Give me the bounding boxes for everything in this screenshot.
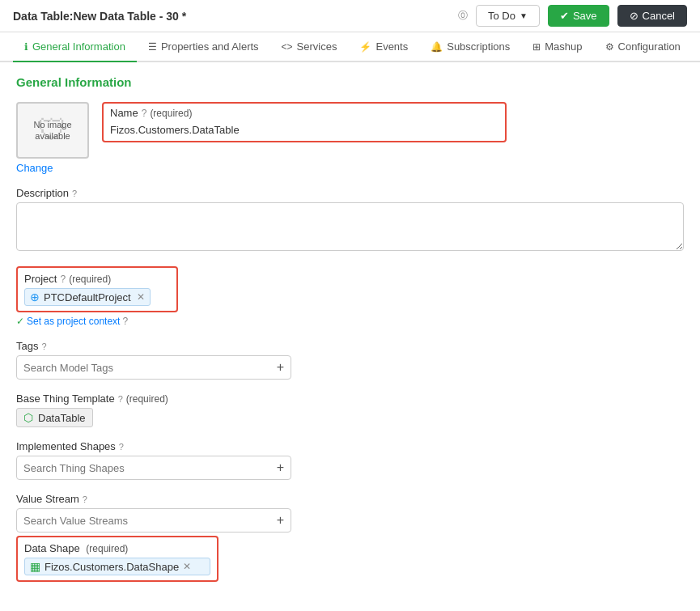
project-help-icon[interactable]: ? bbox=[60, 274, 66, 285]
value-stream-help-icon[interactable]: ? bbox=[83, 494, 87, 504]
name-label-row: Name ? (required) bbox=[104, 104, 505, 121]
save-button[interactable]: ✔ Save bbox=[548, 5, 609, 27]
data-shape-icon: ▦ bbox=[30, 560, 40, 573]
tab-services[interactable]: <> Services bbox=[270, 32, 349, 62]
implemented-shapes-row: Implemented Shapes ? + bbox=[16, 440, 684, 480]
entity-image: 🛡 No image available bbox=[16, 102, 89, 159]
tab-subscriptions[interactable]: 🔔 Subscriptions bbox=[419, 32, 521, 62]
tab-general-label: General Information bbox=[32, 40, 125, 53]
chevron-down-icon: ▼ bbox=[520, 11, 528, 20]
tags-row: Tags ? + bbox=[16, 340, 684, 380]
name-field-block: Name ? (required) bbox=[102, 102, 684, 142]
image-container: 🛡 No image available Change bbox=[16, 102, 89, 174]
tags-help-icon[interactable]: ? bbox=[41, 342, 46, 351]
name-label: Name bbox=[110, 107, 138, 119]
cancel-label: Cancel bbox=[643, 10, 675, 22]
config-icon: ⚙ bbox=[605, 41, 614, 53]
value-stream-label-row: Value Stream ? bbox=[16, 493, 684, 505]
modified-indicator: * bbox=[182, 10, 186, 23]
base-thing-template-label-row: Base Thing Template ? (required) bbox=[16, 392, 684, 405]
change-image-link[interactable]: Change bbox=[16, 162, 89, 174]
properties-icon: ☰ bbox=[148, 41, 157, 53]
name-field-container: Name ? (required) bbox=[102, 102, 507, 142]
value-stream-search-row: + bbox=[16, 508, 291, 533]
value-stream-row: Value Stream ? + bbox=[16, 493, 684, 533]
todo-button[interactable]: To Do ▼ bbox=[476, 5, 540, 27]
data-shape-container: Data Shape (required) ▦ Fizos.Customers.… bbox=[16, 536, 218, 582]
base-thing-template-required: (required) bbox=[126, 393, 168, 405]
project-tag-item: ⊕ PTCDefaultProject ✕ bbox=[24, 288, 151, 306]
entity-type: Data Table: bbox=[13, 10, 73, 23]
base-thing-template-help-icon[interactable]: ? bbox=[118, 394, 123, 404]
tab-mashup-label: Mashup bbox=[545, 40, 582, 53]
project-container: Project ? (required) ⊕ PTCDefaultProject… bbox=[16, 266, 178, 312]
value-stream-add-button[interactable]: + bbox=[277, 513, 284, 528]
name-input[interactable] bbox=[104, 121, 505, 141]
tab-events-label: Events bbox=[375, 40, 408, 53]
description-input[interactable] bbox=[16, 202, 684, 251]
base-thing-template-value: DataTable bbox=[38, 412, 86, 424]
image-name-row: 🛡 No image available Change Name ? (requ… bbox=[16, 102, 684, 174]
tags-label: Tags bbox=[16, 340, 38, 352]
base-thing-template-tag: ⬡ DataTable bbox=[16, 408, 93, 427]
tab-general[interactable]: ℹ General Information bbox=[13, 32, 137, 62]
project-tag: ⊕ PTCDefaultProject ✕ bbox=[24, 288, 170, 306]
data-shape-required: (required) bbox=[86, 543, 128, 554]
top-bar: Data Table:New Data Table - 30 * ⓪ To Do… bbox=[0, 0, 700, 32]
set-context-link[interactable]: ✓ Set as project context ? bbox=[16, 316, 684, 327]
tab-mashup[interactable]: ⊞ Mashup bbox=[521, 32, 593, 62]
save-icon: ✔ bbox=[560, 10, 569, 22]
tab-events[interactable]: ⚡ Events bbox=[348, 32, 419, 62]
events-icon: ⚡ bbox=[359, 41, 371, 53]
implemented-shapes-label-row: Implemented Shapes ? bbox=[16, 440, 684, 452]
tab-services-label: Services bbox=[297, 40, 337, 53]
data-shape-tag: ▦ Fizos.Customers.DataShape ✕ bbox=[24, 558, 210, 575]
tab-bar: ℹ General Information ☰ Properties and A… bbox=[0, 32, 700, 62]
implemented-shapes-input[interactable] bbox=[23, 462, 277, 474]
todo-label: To Do bbox=[488, 10, 515, 22]
cancel-button[interactable]: ⊘ Cancel bbox=[617, 5, 687, 27]
implemented-shapes-search-row: + bbox=[16, 456, 291, 480]
project-label-row: Project ? (required) bbox=[24, 273, 170, 285]
project-row: Project ? (required) ⊕ PTCDefaultProject… bbox=[16, 266, 684, 327]
data-shape-row: Data Shape (required) ▦ Fizos.Customers.… bbox=[16, 536, 684, 582]
save-label: Save bbox=[573, 10, 597, 22]
value-stream-input[interactable] bbox=[23, 515, 277, 527]
data-shape-label-row: Data Shape (required) bbox=[24, 542, 210, 554]
datatable-icon: ⬡ bbox=[23, 411, 33, 424]
description-help-icon[interactable]: ? bbox=[72, 189, 77, 198]
tab-configuration-label: Configuration bbox=[618, 40, 681, 53]
tab-properties[interactable]: ☰ Properties and Alerts bbox=[137, 32, 270, 62]
data-shape-label: Data Shape bbox=[24, 542, 80, 554]
cancel-icon: ⊘ bbox=[630, 10, 638, 22]
tab-properties-label: Properties and Alerts bbox=[161, 40, 259, 53]
value-stream-label: Value Stream bbox=[16, 493, 79, 505]
tags-search-input[interactable] bbox=[23, 362, 277, 374]
services-icon: <> bbox=[282, 41, 293, 53]
description-label: Description bbox=[16, 187, 69, 199]
page-title: Data Table:New Data Table - 30 * bbox=[13, 10, 450, 23]
project-label: Project bbox=[24, 273, 57, 285]
entity-name: New Data Table - 30 bbox=[73, 10, 178, 23]
description-row: Description ? bbox=[16, 187, 684, 253]
subscriptions-icon: 🔔 bbox=[431, 41, 443, 53]
data-shape-value: Fizos.Customers.DataShape bbox=[45, 561, 179, 573]
data-shape-remove-button[interactable]: ✕ bbox=[183, 561, 191, 572]
implemented-shapes-help-icon[interactable]: ? bbox=[119, 442, 124, 452]
set-context-label: Set as project context bbox=[27, 316, 120, 327]
main-content: General Information 🛡 No image available… bbox=[0, 62, 700, 592]
base-thing-template-row: Base Thing Template ? (required) ⬡ DataT… bbox=[16, 392, 684, 427]
project-required: (required) bbox=[69, 274, 111, 285]
tags-add-button[interactable]: + bbox=[277, 360, 284, 375]
implemented-shapes-label: Implemented Shapes bbox=[16, 440, 116, 452]
title-help-icon[interactable]: ⓪ bbox=[458, 9, 468, 23]
base-thing-template-label: Base Thing Template bbox=[16, 392, 115, 405]
tab-configuration[interactable]: ⚙ Configuration bbox=[594, 32, 692, 62]
tab-subscriptions-label: Subscriptions bbox=[447, 40, 510, 53]
implemented-shapes-add-button[interactable]: + bbox=[277, 460, 284, 475]
name-help-icon[interactable]: ? bbox=[142, 108, 147, 119]
project-remove-button[interactable]: ✕ bbox=[137, 291, 145, 303]
project-icon: ⊕ bbox=[30, 291, 40, 303]
set-context-help-icon[interactable]: ? bbox=[122, 316, 128, 327]
section-title: General Information bbox=[16, 75, 684, 89]
